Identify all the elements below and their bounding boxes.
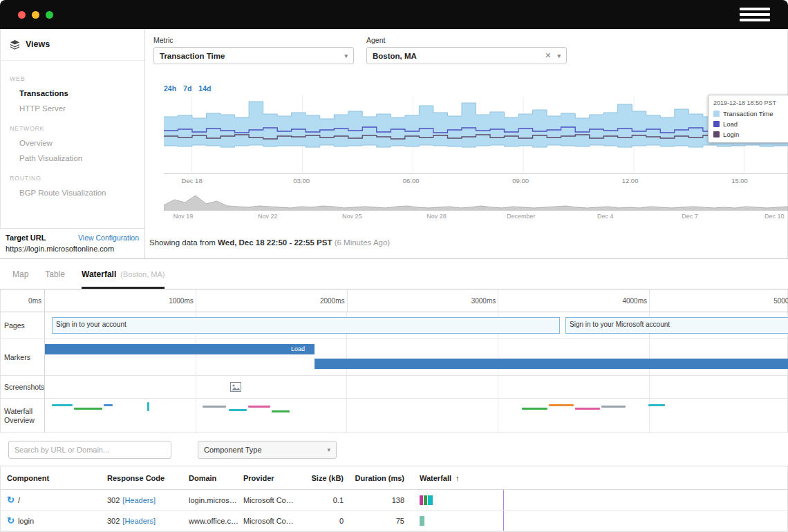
tab-table[interactable]: Table: [45, 259, 65, 289]
menu-icon[interactable]: [740, 8, 770, 21]
clear-icon[interactable]: ✕: [545, 51, 551, 60]
page-load-marker-line: [503, 511, 504, 531]
timeline-scale: 0ms 1000ms 2000ms 3000ms 4000ms 5000ms: [0, 289, 788, 312]
headers-link[interactable]: [Headers]: [122, 517, 156, 525]
minimize-window-icon[interactable]: [32, 11, 39, 19]
overview-segment: [229, 409, 247, 411]
scale-tick: 2000ms: [196, 289, 348, 312]
legend-label: Load: [723, 120, 738, 128]
overview-segment: [248, 406, 270, 408]
duration-cell: 75: [350, 517, 411, 525]
overview-segment: [272, 410, 290, 412]
chart-x-axis: Dec 1803:0006:0009:0012:0015:00: [164, 177, 788, 185]
domain-cell: login.micros…: [189, 496, 243, 504]
brush-x-axis: Nov 19Nov 22Nov 25Nov 28DecemberDec 4Dec…: [164, 213, 788, 221]
waterfall-overview-track[interactable]: [45, 399, 788, 433]
screenshots-track: [45, 376, 788, 398]
marker-bar-load[interactable]: Load: [45, 344, 315, 354]
overview-segment: [104, 404, 113, 406]
time-range-7d[interactable]: 7d: [183, 84, 191, 93]
x-axis-tick: Dec 18: [182, 177, 203, 184]
brush-axis-tick: Nov 25: [342, 213, 362, 220]
metric-dropdown[interactable]: Transaction Time ▾: [153, 47, 354, 64]
legend-swatch-transaction-time: [713, 111, 720, 117]
size-cell: 0: [311, 517, 350, 525]
views-header: Views: [0, 29, 144, 61]
close-window-icon[interactable]: [18, 11, 26, 19]
section-label-network: NETWORK: [10, 125, 144, 132]
page-bar-sign-in[interactable]: Sign in to your account: [52, 317, 560, 334]
overview-segment: [522, 408, 547, 410]
brush-axis-tick: Dec 7: [682, 213, 698, 220]
component-type-value: Component Type: [204, 446, 262, 454]
agent-label: Agent: [366, 36, 567, 44]
overview-segment: [147, 402, 149, 411]
tab-waterfall[interactable]: Waterfall (Boston, MA): [82, 259, 165, 289]
overview-segment: [52, 404, 73, 406]
view-tabs: Map Table Waterfall (Boston, MA): [0, 259, 788, 289]
sidebar-item-overview[interactable]: Overview: [0, 135, 144, 151]
overview-segment: [74, 408, 102, 410]
overview-segment: [601, 406, 626, 408]
header-response-code[interactable]: Response Code: [107, 474, 189, 482]
time-range-24h[interactable]: 24h: [164, 84, 176, 93]
target-url-block: Target URL View Configuration https://lo…: [0, 228, 144, 258]
component-type-dropdown[interactable]: Component Type ▾: [198, 441, 337, 459]
status-range: Wed, Dec 18 22:50 - 22:55 PST: [218, 238, 332, 247]
x-axis-tick: 15:00: [731, 177, 748, 184]
timeline-brush-chart[interactable]: [164, 190, 788, 211]
header-waterfall[interactable]: Waterfall ↑: [420, 474, 788, 482]
header-size[interactable]: Size (kB): [311, 474, 350, 482]
section-label-web: WEB: [10, 75, 144, 82]
agent-dropdown[interactable]: Boston, MA ✕ ▾: [366, 47, 567, 64]
search-input[interactable]: [8, 441, 171, 459]
tab-waterfall-agent-suffix: (Boston, MA): [120, 270, 165, 278]
markers-track: Load: [45, 339, 788, 375]
zoom-window-icon[interactable]: [46, 11, 53, 19]
component-name: /: [18, 496, 20, 504]
x-axis-tick: 03:00: [293, 177, 310, 184]
metric-agent-controls: Metric Transaction Time ▾ Agent Boston, …: [153, 36, 579, 64]
marker-bar-second[interactable]: [315, 359, 788, 369]
sidebar-item-transactions[interactable]: Transactions: [0, 86, 144, 101]
headers-link[interactable]: [Headers]: [122, 496, 156, 504]
brush-axis-tick: Nov 19: [173, 213, 194, 220]
view-configuration-link[interactable]: View Configuration: [78, 234, 139, 242]
transaction-time-chart[interactable]: [164, 96, 788, 174]
sidebar-item-http-server[interactable]: HTTP Server: [0, 101, 144, 116]
sidebar-title: Views: [26, 39, 50, 49]
sidebar-item-path-visualization[interactable]: Path Visualization: [0, 151, 144, 166]
header-provider[interactable]: Provider: [243, 474, 311, 482]
legend-swatch-load: [713, 121, 720, 127]
header-domain[interactable]: Domain: [189, 474, 243, 482]
page-load-marker-line: [503, 490, 504, 510]
screenshot-thumbnail-icon[interactable]: [230, 382, 241, 395]
sort-ascending-icon[interactable]: ↑: [456, 474, 460, 482]
views-sidebar: Views WEB Transactions HTTP Server NETWO…: [0, 29, 145, 258]
table-row[interactable]: ↻ / 302[Headers] login.micros… Microsoft…: [0, 490, 788, 511]
time-range-14d[interactable]: 14d: [198, 84, 211, 93]
table-row[interactable]: ↻ login 302[Headers] www.office.c… Micro…: [0, 511, 788, 531]
upper-panel: Views WEB Transactions HTTP Server NETWO…: [0, 29, 788, 259]
brush-axis-tick: Dec 4: [597, 213, 614, 220]
sidebar-item-bgp-route-visualization[interactable]: BGP Route Visualization: [0, 185, 144, 200]
target-url-label: Target URL: [6, 234, 46, 242]
chart-legend: 2019-12-18 18:50 PST Transaction Time Lo…: [708, 95, 788, 143]
chart-panel: Metric Transaction Time ▾ Agent Boston, …: [145, 29, 788, 258]
header-duration[interactable]: Duration (ms): [350, 474, 411, 482]
row-waterfall-cell: [411, 511, 788, 531]
tab-map[interactable]: Map: [12, 259, 28, 289]
chevron-down-icon: ▾: [557, 53, 561, 59]
status-ago: (6 Minutes Ago): [332, 238, 390, 247]
page-bar-sign-in-microsoft[interactable]: Sign in to your Microsoft account: [565, 317, 788, 334]
legend-timestamp: 2019-12-18 18:50 PST: [713, 99, 788, 106]
metric-label: Metric: [153, 36, 354, 44]
provider-cell: Microsoft Co…: [243, 517, 311, 525]
duration-cell: 138: [350, 496, 411, 504]
header-component[interactable]: Component: [7, 474, 107, 482]
x-axis-tick: 12:00: [622, 177, 639, 184]
waterfall-mini-bars: [420, 495, 433, 505]
response-code: 302: [107, 517, 120, 525]
scale-tick: 0ms: [0, 289, 45, 312]
app-window: Views WEB Transactions HTTP Server NETWO…: [0, 0, 788, 532]
